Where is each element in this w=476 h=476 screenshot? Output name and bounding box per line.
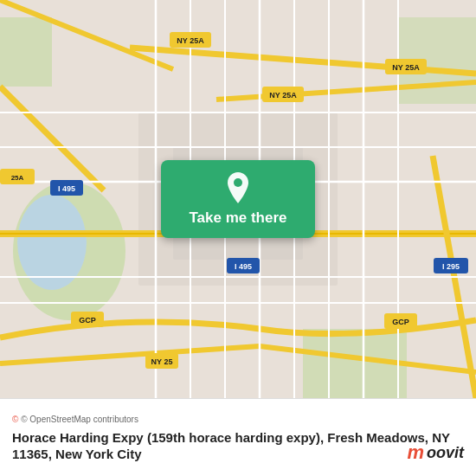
- location-pin-icon: [224, 172, 252, 206]
- svg-point-5: [17, 195, 87, 290]
- svg-text:NY 25A: NY 25A: [177, 36, 204, 45]
- moovit-text: oovit: [427, 444, 464, 462]
- map-container: NY 25A NY 25A NY 25A 25A I 495 I 495 I 2…: [0, 0, 476, 398]
- svg-text:NY 25: NY 25: [151, 357, 173, 366]
- svg-text:NY 25A: NY 25A: [392, 63, 420, 72]
- svg-text:GCP: GCP: [392, 318, 409, 326]
- take-me-there-button[interactable]: Take me there: [161, 160, 315, 238]
- svg-text:25A: 25A: [11, 174, 24, 182]
- take-me-there-label: Take me there: [189, 209, 286, 227]
- copyright-text: © © OpenStreetMap contributors: [12, 415, 464, 424]
- moovit-logo: moovit: [407, 441, 464, 464]
- location-title: Horace Harding Expy (159th horace hardin…: [12, 429, 464, 463]
- copyright-label: © OpenStreetMap contributors: [21, 415, 138, 424]
- svg-text:I 495: I 495: [235, 262, 252, 271]
- svg-text:I 495: I 495: [58, 184, 75, 193]
- moovit-m-letter: m: [407, 441, 424, 464]
- svg-text:NY 25A: NY 25A: [269, 91, 297, 100]
- footer: © © OpenStreetMap contributors Horace Ha…: [0, 398, 476, 476]
- svg-text:GCP: GCP: [79, 316, 96, 325]
- svg-rect-2: [0, 17, 52, 87]
- svg-point-50: [234, 178, 242, 187]
- svg-text:I 295: I 295: [442, 262, 460, 271]
